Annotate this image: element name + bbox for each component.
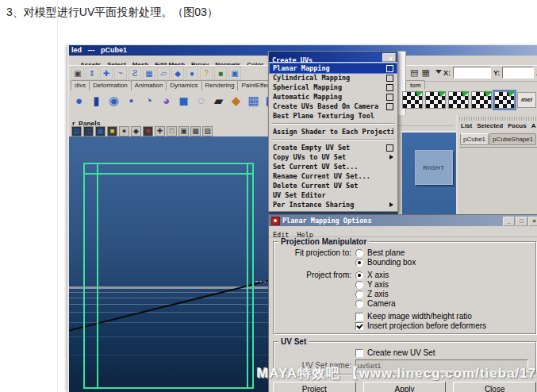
viewport-toolbar-icon[interactable]: ● bbox=[119, 126, 129, 136]
option-control[interactable] bbox=[355, 281, 363, 289]
polygon-shelf-icon[interactable]: ◕ bbox=[158, 90, 175, 111]
render-icon[interactable]: ▤ bbox=[410, 67, 418, 79]
menu-item[interactable]: Per Instance Sharing bbox=[270, 200, 397, 209]
dialog-button[interactable]: Close bbox=[453, 382, 536, 392]
viewport-toolbar-icon[interactable]: ■ bbox=[107, 126, 117, 136]
shelf-tab[interactable]: Rendering bbox=[201, 80, 239, 90]
dialog-button[interactable]: Apply bbox=[363, 382, 447, 392]
viewport-toolbar-icon[interactable]: ▤ bbox=[71, 126, 82, 136]
option-label[interactable]: Create new UV Set bbox=[367, 348, 435, 357]
attribute-editor-menu-item[interactable]: List bbox=[461, 122, 472, 129]
shelf-tab[interactable]: Animation bbox=[131, 80, 167, 90]
option-box-icon[interactable] bbox=[386, 75, 393, 82]
polygon-shelf-icon[interactable]: ● bbox=[71, 90, 87, 111]
option-control[interactable] bbox=[355, 349, 363, 357]
option-control[interactable] bbox=[355, 271, 363, 279]
viewport-toolbar-icon[interactable]: ▨ bbox=[202, 126, 213, 136]
viewport-toolbar-icon[interactable]: ▣ bbox=[178, 126, 189, 136]
viewport-toolbar-icon[interactable]: ✚ bbox=[155, 126, 165, 136]
polygon-shelf-icon[interactable]: ◆ bbox=[228, 90, 244, 111]
polygon-shelf-icon[interactable]: ▮ bbox=[88, 90, 105, 111]
menu-item[interactable]: UV Set Editor bbox=[270, 190, 397, 200]
menu-item[interactable]: Rename Current UV Set... bbox=[270, 171, 397, 181]
menu-item[interactable]: Best Plane Texturing Tool bbox=[270, 111, 397, 121]
viewport-toolbar-icon[interactable]: ◫ bbox=[83, 126, 94, 136]
polygon-shelf-icon[interactable]: ◉ bbox=[105, 90, 122, 111]
attribute-editor-menu-item[interactable]: Selected bbox=[477, 122, 503, 129]
menu-item[interactable]: Spherical Mapping bbox=[270, 83, 397, 92]
uv-checker-icon[interactable] bbox=[471, 91, 492, 109]
option-label[interactable]: Insert projection before deformers bbox=[367, 321, 486, 330]
shelf-tab-custom[interactable]: tom bbox=[405, 80, 425, 89]
status-line-icon[interactable]: ~ bbox=[114, 67, 127, 80]
menu-item[interactable]: Planar Mapping bbox=[270, 63, 397, 73]
polygon-shelf-icon[interactable]: ◌ bbox=[193, 90, 209, 111]
menu-item[interactable]: Create UVs Based On Camera bbox=[270, 102, 397, 111]
status-line-icon[interactable]: ▱ bbox=[157, 67, 170, 80]
menu-item[interactable]: Copy UVs to UV Set bbox=[270, 152, 397, 162]
option-box-icon[interactable] bbox=[389, 155, 393, 159]
option-label[interactable]: Y axis bbox=[367, 280, 389, 289]
dialog-titlebar[interactable]: Planar Mapping Options _□× bbox=[269, 215, 537, 226]
option-control[interactable] bbox=[355, 313, 363, 321]
status-line-icon[interactable]: ✚ bbox=[100, 67, 113, 80]
menu-item[interactable]: Delete Current UV Set bbox=[270, 181, 397, 190]
option-label[interactable]: Camera bbox=[367, 299, 396, 308]
menu-item[interactable]: Create Empty UV Set bbox=[270, 143, 397, 152]
option-box-icon[interactable] bbox=[389, 202, 393, 207]
uv-checker-icon[interactable] bbox=[425, 91, 446, 109]
menu-item[interactable]: Cylindrical Mapping bbox=[270, 73, 397, 83]
render-icon[interactable]: ▦ bbox=[421, 67, 429, 79]
uv-checker-icon[interactable] bbox=[402, 91, 423, 109]
option-control[interactable] bbox=[355, 322, 363, 330]
attribute-editor-menu-item[interactable]: A bbox=[531, 122, 536, 129]
option-label[interactable]: Bounding box bbox=[367, 258, 416, 267]
polygon-shelf-icon[interactable]: ◼ bbox=[175, 90, 192, 111]
window-control-icon[interactable]: × bbox=[528, 217, 537, 226]
dialog-button[interactable]: Project bbox=[273, 382, 356, 392]
x-input[interactable] bbox=[453, 67, 491, 79]
window-control-icon[interactable]: _ bbox=[503, 217, 515, 226]
close-icon[interactable]: × bbox=[382, 53, 396, 62]
option-label[interactable]: Best plane bbox=[367, 248, 405, 257]
status-line-icon[interactable]: Ƨ bbox=[128, 67, 141, 80]
status-line-icon[interactable]: ■ bbox=[214, 67, 227, 80]
viewport-toolbar-icon[interactable]: ■ bbox=[143, 126, 153, 136]
uv-checker-icon[interactable] bbox=[448, 91, 469, 109]
polygon-shelf-icon[interactable]: ◔ bbox=[140, 90, 157, 111]
dropdown-icon[interactable] bbox=[435, 70, 442, 74]
y-input[interactable] bbox=[502, 67, 534, 79]
option-control[interactable] bbox=[355, 259, 363, 267]
shelf-tab[interactable]: Dynamics bbox=[166, 80, 201, 90]
polygon-shelf-icon[interactable]: ▪ bbox=[123, 90, 140, 111]
attribute-editor-tab[interactable]: pCubeShape1 bbox=[489, 133, 536, 145]
viewport-toolbar-icon[interactable]: □ bbox=[167, 126, 177, 136]
menu-item[interactable]: Set Current UV Set... bbox=[270, 162, 397, 171]
uv-checker-icon-selected[interactable] bbox=[494, 91, 515, 109]
option-label[interactable]: Z axis bbox=[367, 290, 389, 298]
option-label[interactable]: X axis bbox=[367, 271, 389, 279]
status-line-icon[interactable]: ⇕ bbox=[86, 67, 98, 80]
attribute-editor-menu-item[interactable]: Focus bbox=[508, 122, 527, 129]
option-control[interactable] bbox=[355, 290, 363, 298]
viewport-toolbar-icon[interactable]: ▩ bbox=[190, 126, 201, 136]
option-box-icon[interactable] bbox=[386, 94, 393, 101]
polygon-shelf-icon[interactable]: ▰ bbox=[210, 90, 227, 111]
window-control-icon[interactable]: □ bbox=[516, 217, 527, 226]
status-line-icon[interactable]: ▣ bbox=[228, 67, 241, 80]
option-box-icon[interactable] bbox=[386, 65, 393, 72]
option-label[interactable]: Keep image width/height ratio bbox=[367, 312, 472, 321]
status-line-icon[interactable]: ● bbox=[186, 67, 198, 80]
menu-item[interactable]: Automatic Mapping bbox=[270, 92, 397, 102]
shelf-tab[interactable]: divs bbox=[71, 80, 90, 90]
viewport-toolbar-icon[interactable]: ◆ bbox=[131, 126, 141, 136]
viewport-toolbar-icon[interactable]: ▣ bbox=[95, 126, 105, 136]
option-control[interactable] bbox=[355, 249, 363, 257]
menu-item[interactable] bbox=[271, 139, 395, 140]
status-line-icon[interactable]: ◆ bbox=[171, 67, 184, 80]
polygon-shelf-icon[interactable]: ▦ bbox=[245, 90, 262, 111]
option-control[interactable] bbox=[355, 300, 363, 308]
menu-item[interactable] bbox=[271, 123, 395, 125]
status-line-icon[interactable]: ▣ bbox=[71, 67, 84, 80]
attribute-editor-tab[interactable]: pCube1 bbox=[460, 133, 489, 145]
